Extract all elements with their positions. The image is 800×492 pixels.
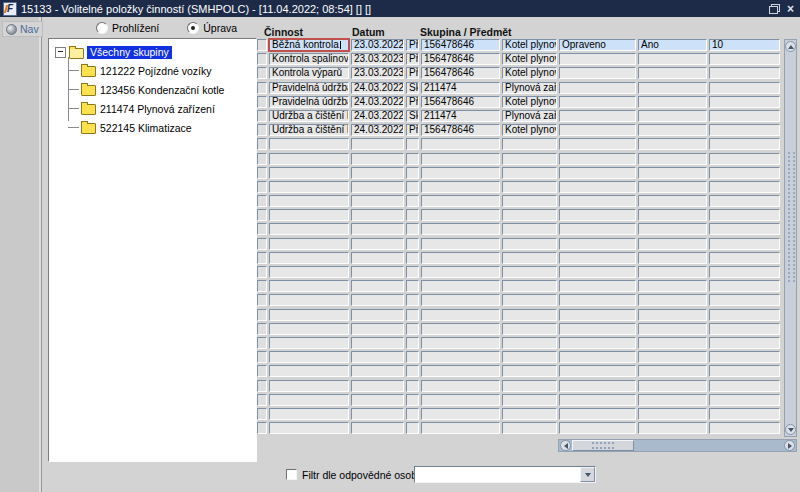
cell-cinnost[interactable] [269,337,349,349]
cell-cislo[interactable]: 156478646 [421,39,500,51]
cell-cislo[interactable]: 211474 [421,82,500,94]
cell-pocet[interactable] [709,238,780,250]
cell-cinnost[interactable] [269,223,349,235]
cell-cinnost[interactable] [269,238,349,250]
cell-nazev[interactable] [502,167,557,179]
cell-ano[interactable] [638,209,707,221]
cell-cislo[interactable] [421,252,500,264]
cell-cislo[interactable] [421,181,500,193]
cell-datum[interactable] [351,153,404,165]
cell-pocet[interactable] [709,323,780,335]
cell-pocet[interactable] [709,252,780,264]
cell-typ[interactable] [406,351,419,363]
cell-stav[interactable] [559,181,636,193]
cell-cislo[interactable] [421,380,500,392]
cell-pocet[interactable] [709,167,780,179]
cell-cinnost[interactable] [269,365,349,377]
cell-cislo[interactable] [421,323,500,335]
cell-cislo[interactable]: 156478646 [421,124,500,136]
cell-ano[interactable] [638,309,707,321]
cell-datum[interactable] [351,266,404,278]
cell-ano[interactable] [638,223,707,235]
cell-cislo[interactable] [421,209,500,221]
cell-cinnost[interactable]: Kontrola spalinových c [269,53,349,65]
row-selector-cell[interactable] [257,294,267,306]
cell-typ[interactable]: Př [406,67,419,79]
cell-nazev[interactable] [502,138,557,150]
cell-datum[interactable]: 23.03.2023 [351,53,404,65]
cell-ano[interactable] [638,238,707,250]
cell-stav[interactable] [559,67,636,79]
cell-datum[interactable] [351,380,404,392]
cell-nazev[interactable] [502,323,557,335]
cell-stav[interactable] [559,153,636,165]
cell-ano[interactable] [638,167,707,179]
cell-cislo[interactable] [421,195,500,207]
cell-cislo[interactable]: 211474 [421,110,500,122]
cell-nazev[interactable] [502,365,557,377]
cell-stav[interactable] [559,280,636,292]
cell-datum[interactable] [351,394,404,406]
cell-cinnost[interactable]: Běžná kontrola [269,39,349,51]
cell-nazev[interactable]: Plynová zaříz [502,82,557,94]
cell-pocet[interactable] [709,110,780,122]
row-selector-cell[interactable] [257,408,267,420]
cell-typ[interactable]: Př [406,96,419,108]
row-selector-cell[interactable] [257,181,267,193]
cell-cinnost[interactable] [269,294,349,306]
cell-cinnost[interactable] [269,195,349,207]
cell-cinnost[interactable] [269,266,349,278]
cell-ano[interactable]: Ano [638,39,707,51]
cell-cislo[interactable] [421,351,500,363]
cell-stav[interactable] [559,394,636,406]
cell-cinnost[interactable] [269,252,349,264]
cell-ano[interactable] [638,82,707,94]
radio-prohlizeni[interactable]: Prohlížení [96,22,159,34]
cell-cinnost[interactable] [269,351,349,363]
cell-nazev[interactable] [502,238,557,250]
cell-cislo[interactable] [421,223,500,235]
row-selector-cell[interactable] [257,138,267,150]
cell-ano[interactable] [638,294,707,306]
tree-root-label[interactable]: Všechny skupiny [87,46,172,59]
row-selector-cell[interactable] [257,252,267,264]
cell-ano[interactable] [638,138,707,150]
cell-pocet[interactable] [709,365,780,377]
cell-nazev[interactable] [502,153,557,165]
row-selector-cell[interactable] [257,82,267,94]
cell-nazev[interactable] [502,309,557,321]
nav-toggle[interactable]: Nav [2,21,43,37]
cell-cinnost[interactable] [269,422,349,434]
cell-pocet[interactable] [709,408,780,420]
cell-ano[interactable] [638,266,707,278]
row-selector-cell[interactable] [257,351,267,363]
cell-cislo[interactable] [421,365,500,377]
cell-stav[interactable] [559,408,636,420]
cell-ano[interactable] [638,380,707,392]
cell-datum[interactable]: 23.03.2022 [351,39,404,51]
cell-nazev[interactable] [502,252,557,264]
responsible-person-combobox[interactable] [414,466,596,483]
cell-typ[interactable] [406,181,419,193]
cell-pocet[interactable] [709,422,780,434]
cell-datum[interactable] [351,223,404,235]
row-selector-cell[interactable] [257,96,267,108]
cell-pocet[interactable] [709,394,780,406]
cell-pocet[interactable] [709,67,780,79]
cell-stav[interactable] [559,238,636,250]
cell-typ[interactable]: Př [406,53,419,65]
cell-cislo[interactable]: 156478646 [421,53,500,65]
cell-nazev[interactable] [502,294,557,306]
cell-cislo[interactable] [421,337,500,349]
cell-cislo[interactable] [421,408,500,420]
cell-datum[interactable] [351,351,404,363]
cell-typ[interactable] [406,422,419,434]
row-selector-cell[interactable] [257,380,267,392]
cell-stav[interactable] [559,96,636,108]
cell-nazev[interactable] [502,181,557,193]
cell-ano[interactable] [638,280,707,292]
cell-datum[interactable] [351,238,404,250]
cell-datum[interactable]: 24.03.2022 [351,124,404,136]
tree-item-121222[interactable]: 121222 Pojízdné vozíky [68,61,256,80]
tree-root-node[interactable]: Všechny skupiny [55,44,256,60]
